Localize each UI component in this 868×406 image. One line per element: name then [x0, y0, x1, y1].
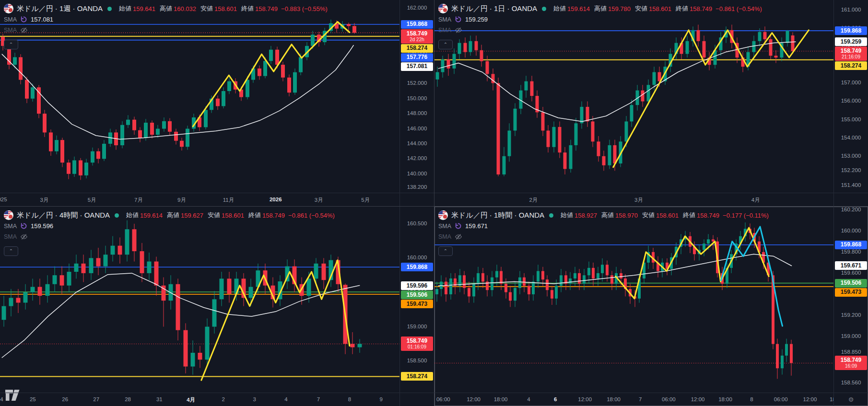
- time-tick-label: 9: [370, 396, 393, 402]
- price-tick-label: 158.850: [834, 349, 868, 355]
- time-tick-label: 18:00: [489, 396, 512, 402]
- price-tick-label: 152.200: [834, 167, 868, 173]
- chart-panel-4h[interactable]: 160.500160.000159.500159.000158.500159.8…: [0, 207, 434, 406]
- time-tick-label: 8: [338, 396, 361, 402]
- price-badge: 157.081: [401, 62, 433, 71]
- axis-corner: [399, 393, 434, 406]
- price-tick-label: 142.000: [400, 155, 434, 161]
- price-badge: 159.671: [835, 261, 867, 270]
- time-tick-label: 4: [274, 396, 297, 402]
- time-tick-label: 3月: [307, 197, 330, 204]
- time-tick-label: 3月: [33, 197, 56, 204]
- time-tick-label: 2026: [264, 197, 287, 202]
- price-tick-label: 159.600: [834, 270, 868, 276]
- price-badge: 158.74901:16:09: [401, 336, 433, 351]
- gear-icon[interactable]: ⚙: [848, 396, 854, 403]
- price-badge: 158.74921:16:09: [835, 46, 867, 61]
- time-tick-label: 18:00: [714, 396, 737, 402]
- price-axis[interactable]: 161.000160.000159.000158.000157.000156.0…: [833, 0, 868, 193]
- price-tick-label: 150.000: [400, 95, 434, 101]
- price-tick-label: 159.000: [834, 333, 868, 339]
- time-axis[interactable]: 2月3月4月: [434, 193, 833, 206]
- collapse-legend-button[interactable]: ⌃: [438, 40, 453, 49]
- price-tick-label: 160.000: [834, 228, 868, 233]
- time-tick-label: 12:00: [686, 396, 709, 402]
- price-tick-label: 152.000: [400, 80, 434, 86]
- price-axis[interactable]: 160.500160.000159.500159.000158.500159.8…: [399, 207, 434, 393]
- time-axis[interactable]: 06:0012:0018:004612:0018:00706:0012:0018…: [434, 393, 833, 406]
- price-tick-label: 161.000: [834, 7, 868, 12]
- time-tick-label: 06:00: [434, 396, 455, 402]
- time-tick-label: 8: [740, 396, 763, 402]
- axis-corner[interactable]: ⚙: [833, 393, 868, 406]
- price-badge: 158.274: [401, 44, 433, 53]
- price-badge: 159.868: [401, 20, 433, 29]
- time-tick-label: 4: [0, 396, 13, 402]
- price-badge: 159.596: [401, 281, 433, 290]
- price-badge: 159.473: [835, 288, 867, 297]
- price-badge: 157.776: [401, 53, 433, 62]
- collapse-legend-button[interactable]: ⌃: [4, 40, 18, 49]
- price-tick-label: 159.000: [400, 324, 434, 329]
- price-badge: 158.274: [401, 372, 433, 381]
- time-tick-label: 4月: [744, 197, 767, 204]
- axis-corner: [399, 193, 434, 206]
- time-axis[interactable]: 0253月5月7月9月11月20263月5月: [0, 193, 399, 206]
- axis-corner: [833, 193, 868, 206]
- time-tick-label: 9月: [170, 197, 193, 204]
- time-tick-label: 25: [21, 396, 44, 402]
- time-tick-label: 18:0: [823, 396, 833, 402]
- time-tick-label: 12:00: [462, 396, 485, 402]
- price-tick-label: 155.000: [834, 116, 868, 122]
- price-badge: 158.7492d 22h: [401, 29, 433, 44]
- price-tick-label: 156.000: [834, 98, 868, 104]
- time-tick-label: 6: [544, 396, 567, 402]
- time-tick-label: 7月: [127, 197, 150, 204]
- price-tick-label: 160.200: [834, 207, 868, 212]
- price-tick-label: 151.400: [834, 182, 868, 188]
- price-badge: 159.868: [401, 263, 433, 271]
- price-tick-label: 140.000: [400, 171, 434, 176]
- time-tick-label: 26: [54, 396, 77, 402]
- price-badge: 159.868: [835, 26, 867, 35]
- price-tick-label: 153.000: [834, 153, 868, 159]
- chart-plot-area[interactable]: [434, 207, 833, 393]
- chart-panel-1d[interactable]: 161.000160.000159.000158.000157.000156.0…: [434, 0, 868, 206]
- price-tick-label: 158.560: [834, 380, 868, 385]
- price-axis[interactable]: 162.000160.000158.000156.000154.000152.0…: [399, 0, 434, 193]
- price-tick-label: 160.000: [400, 255, 434, 260]
- time-tick-label: 18:00: [602, 396, 625, 402]
- time-tick-label: 4: [517, 396, 540, 402]
- time-tick-label: 06:00: [769, 396, 792, 402]
- collapse-legend-button[interactable]: ⌃: [438, 246, 453, 256]
- time-tick-label: 5月: [354, 197, 377, 204]
- chart-plot-area[interactable]: [434, 0, 833, 193]
- chart-panel-1w[interactable]: 162.000160.000158.000156.000154.000152.0…: [0, 0, 434, 206]
- multi-chart-layout: 162.000160.000158.000156.000154.000152.0…: [0, 0, 868, 406]
- time-tick-label: 3: [243, 396, 266, 402]
- chart-plot-area[interactable]: [0, 0, 399, 193]
- price-badge: 159.259: [835, 37, 867, 46]
- price-tick-label: 148.000: [400, 110, 434, 116]
- chart-plot-area[interactable]: [0, 207, 399, 393]
- price-badge: 158.74916:09: [835, 356, 867, 370]
- chart-panel-1h[interactable]: 160.200160.000159.800159.600159.400159.2…: [434, 207, 868, 406]
- price-tick-label: 138.200: [400, 184, 434, 190]
- price-tick-label: 158.500: [400, 358, 434, 363]
- collapse-legend-button[interactable]: ⌃: [4, 246, 18, 256]
- time-tick-label: 3月: [627, 197, 650, 204]
- time-tick-label: 7: [629, 396, 652, 402]
- time-tick-label: 5月: [81, 197, 104, 204]
- price-axis[interactable]: 160.200160.000159.800159.600159.400159.2…: [833, 207, 868, 393]
- price-badge: 159.506: [401, 290, 433, 299]
- time-axis[interactable]: 425262728314月234789: [0, 393, 399, 406]
- price-tick-label: 162.000: [400, 5, 434, 11]
- time-tick-label: 31: [148, 396, 171, 402]
- time-tick-label: 025: [0, 197, 14, 202]
- price-tick-label: 160.500: [400, 220, 434, 226]
- time-tick-label: 12:00: [798, 396, 821, 402]
- time-tick-label: 4月: [179, 396, 202, 404]
- price-tick-label: 157.000: [834, 80, 868, 85]
- price-badge: 159.473: [401, 300, 433, 308]
- price-tick-label: 146.000: [400, 126, 434, 131]
